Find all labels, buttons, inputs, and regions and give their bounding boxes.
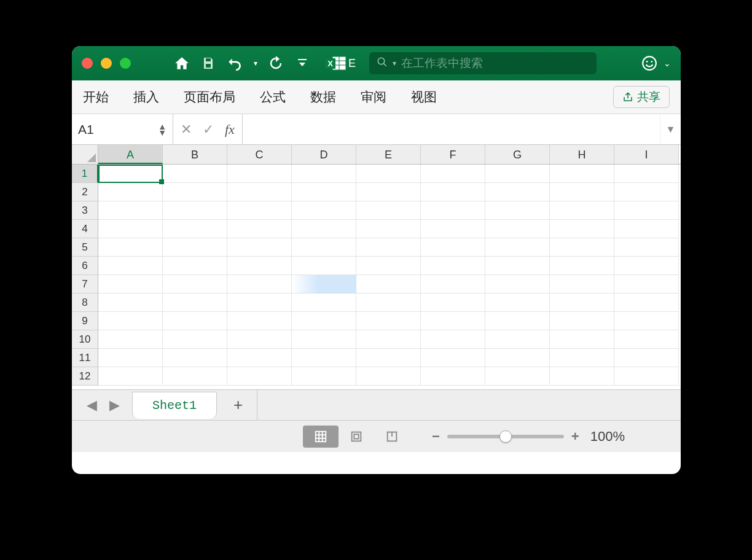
zoom-in-button[interactable]: + (571, 429, 579, 445)
zoom-slider-thumb[interactable] (499, 430, 512, 443)
cell-A10[interactable] (98, 330, 163, 349)
cell-B3[interactable] (163, 201, 227, 220)
cell-H4[interactable] (550, 220, 614, 238)
cell-A12[interactable] (98, 367, 163, 386)
cell-D4[interactable] (292, 220, 356, 238)
cell-D2[interactable] (292, 183, 356, 201)
cell-F1[interactable] (421, 165, 485, 183)
row-header-10[interactable]: 10 (72, 330, 98, 349)
column-header-E[interactable]: E (356, 145, 421, 164)
fx-label[interactable]: fx (225, 122, 235, 138)
cell-E8[interactable] (356, 294, 421, 312)
cell-H2[interactable] (550, 183, 614, 201)
cell-C3[interactable] (227, 201, 292, 220)
stepper-down-icon[interactable]: ▼ (158, 130, 166, 136)
save-icon[interactable] (201, 56, 216, 71)
cell-F10[interactable] (421, 330, 485, 349)
row-header-7[interactable]: 7 (72, 275, 98, 294)
prev-sheet-icon[interactable]: ◀ (80, 397, 103, 413)
cell-B4[interactable] (163, 220, 227, 238)
cell-H12[interactable] (550, 367, 614, 386)
search-input[interactable] (401, 56, 589, 70)
cell-E12[interactable] (356, 367, 421, 386)
cell-D6[interactable] (292, 257, 356, 275)
cell-I10[interactable] (614, 330, 679, 349)
cell-C7[interactable] (227, 275, 292, 294)
cell-A11[interactable] (98, 349, 163, 367)
row-header-4[interactable]: 4 (72, 220, 98, 238)
cell-E7[interactable] (356, 275, 421, 294)
cell-I5[interactable] (614, 238, 679, 257)
undo-icon[interactable] (227, 55, 243, 71)
column-header-D[interactable]: D (292, 145, 356, 164)
cell-H1[interactable] (550, 165, 614, 183)
cell-G6[interactable] (485, 257, 550, 275)
select-all-corner[interactable] (72, 145, 98, 164)
cell-E2[interactable] (356, 183, 421, 201)
cell-I2[interactable] (614, 183, 679, 201)
cell-F12[interactable] (421, 367, 485, 386)
cell-F9[interactable] (421, 312, 485, 330)
column-header-B[interactable]: B (163, 145, 227, 164)
name-box[interactable]: A1 ▲ ▼ (72, 114, 173, 144)
cell-C11[interactable] (227, 349, 292, 367)
cell-A1[interactable] (98, 165, 163, 183)
cell-C2[interactable] (227, 183, 292, 201)
cell-H10[interactable] (550, 330, 614, 349)
cell-G2[interactable] (485, 183, 550, 201)
ribbon-tab-view[interactable]: 视图 (411, 88, 437, 106)
zoom-slider[interactable] (447, 435, 564, 438)
cell-A4[interactable] (98, 220, 163, 238)
cell-A7[interactable] (98, 275, 163, 294)
cell-I4[interactable] (614, 220, 679, 238)
cell-E10[interactable] (356, 330, 421, 349)
cell-H8[interactable] (550, 294, 614, 312)
row-header-11[interactable]: 11 (72, 349, 98, 367)
share-button[interactable]: 共享 (613, 86, 670, 108)
cell-B6[interactable] (163, 257, 227, 275)
column-header-I[interactable]: I (614, 145, 679, 164)
cell-I6[interactable] (614, 257, 679, 275)
cell-D8[interactable] (292, 294, 356, 312)
zoom-level[interactable]: 100% (590, 429, 625, 445)
close-window-button[interactable] (82, 58, 93, 69)
cell-B7[interactable] (163, 275, 227, 294)
name-box-stepper[interactable]: ▲ ▼ (158, 123, 166, 136)
expand-formula-bar-icon[interactable]: ▼ (660, 114, 681, 144)
cell-C5[interactable] (227, 238, 292, 257)
ribbon-tab-home[interactable]: 开始 (83, 88, 109, 106)
cell-C12[interactable] (227, 367, 292, 386)
cell-H3[interactable] (550, 201, 614, 220)
cell-I3[interactable] (614, 201, 679, 220)
cell-D1[interactable] (292, 165, 356, 183)
feedback-smiley-icon[interactable] (641, 55, 657, 71)
cell-B8[interactable] (163, 294, 227, 312)
cell-C10[interactable] (227, 330, 292, 349)
row-header-9[interactable]: 9 (72, 312, 98, 330)
normal-view-button[interactable] (303, 426, 339, 448)
cell-G3[interactable] (485, 201, 550, 220)
cell-F6[interactable] (421, 257, 485, 275)
cell-A8[interactable] (98, 294, 163, 312)
search-dropdown-icon[interactable]: ▾ (393, 59, 396, 68)
row-header-6[interactable]: 6 (72, 257, 98, 275)
cell-E11[interactable] (356, 349, 421, 367)
minimize-window-button[interactable] (101, 58, 112, 69)
cell-A2[interactable] (98, 183, 163, 201)
cell-C4[interactable] (227, 220, 292, 238)
cell-D5[interactable] (292, 238, 356, 257)
cell-G9[interactable] (485, 312, 550, 330)
next-sheet-icon[interactable]: ▶ (103, 397, 126, 413)
cell-E3[interactable] (356, 201, 421, 220)
cell-E1[interactable] (356, 165, 421, 183)
cell-I1[interactable] (614, 165, 679, 183)
cell-H6[interactable] (550, 257, 614, 275)
cell-G7[interactable] (485, 275, 550, 294)
cell-F5[interactable] (421, 238, 485, 257)
cell-A3[interactable] (98, 201, 163, 220)
cell-C9[interactable] (227, 312, 292, 330)
formula-input[interactable] (249, 123, 654, 136)
row-header-2[interactable]: 2 (72, 183, 98, 201)
cell-H9[interactable] (550, 312, 614, 330)
cell-H7[interactable] (550, 275, 614, 294)
